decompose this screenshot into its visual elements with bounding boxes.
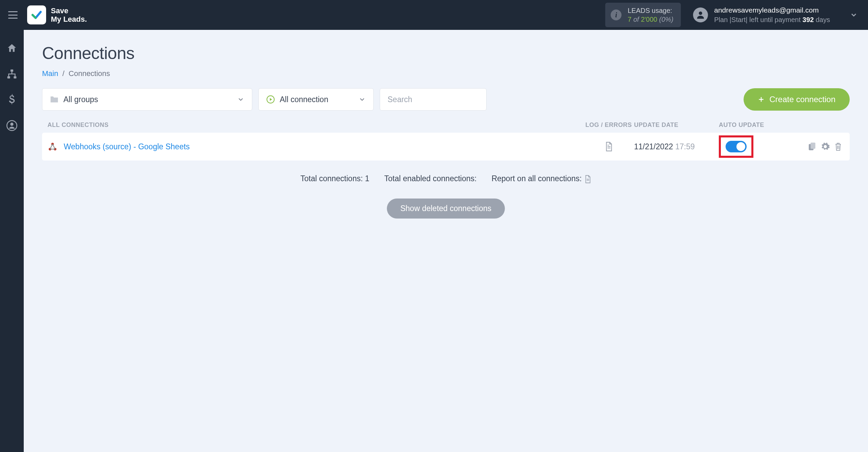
svg-rect-1 [11, 70, 13, 72]
folder-icon [50, 96, 59, 103]
info-icon: i [611, 10, 622, 20]
breadcrumb-current: Connections [68, 69, 110, 78]
document-icon[interactable] [584, 175, 591, 184]
account-email: andrewsavemyleads@gmail.com [714, 5, 830, 15]
summary-row: Total connections: 1 Total enabled conne… [42, 174, 850, 184]
usage-value: 7 of 2'000 (0%) [628, 15, 673, 24]
breadcrumb-root-link[interactable]: Main [42, 69, 58, 78]
account-block[interactable]: andrewsavemyleads@gmail.com Plan |Start|… [693, 5, 860, 24]
plus-icon [758, 96, 765, 103]
svg-point-0 [699, 12, 702, 15]
groups-label: All groups [63, 95, 98, 104]
search-field[interactable] [380, 88, 487, 111]
avatar-icon [693, 7, 708, 22]
svg-rect-2 [7, 76, 10, 79]
chevron-down-icon[interactable] [850, 11, 858, 19]
page-title: Connections [42, 43, 850, 63]
gear-icon[interactable] [821, 142, 830, 151]
enabled-connections: Total enabled connections: [384, 174, 476, 183]
menu-toggle-icon[interactable] [8, 11, 18, 19]
connection-name-link[interactable]: Webhooks (source) - Google Sheets [64, 142, 190, 151]
nav-connections-icon[interactable] [6, 68, 18, 80]
trash-icon[interactable] [834, 142, 842, 151]
auto-update-toggle[interactable] [726, 141, 747, 152]
svg-rect-11 [811, 143, 815, 149]
chevron-down-icon [358, 96, 366, 103]
highlight-box [719, 135, 753, 158]
svg-point-5 [10, 123, 13, 126]
connection-row: Webhooks (source) - Google Sheets 11/21/… [42, 133, 850, 161]
report-all: Report on all connections: [492, 174, 591, 184]
copy-icon[interactable] [808, 142, 816, 151]
brand-line2: My Leads. [51, 15, 87, 23]
main-content: Connections Main / Connections All group… [24, 30, 868, 452]
col-auto: AUTO UPDATE [719, 121, 793, 129]
create-connection-button[interactable]: Create connection [744, 88, 850, 111]
svg-rect-3 [14, 76, 16, 79]
col-date: UPDATE DATE [634, 121, 719, 129]
search-input[interactable] [388, 95, 479, 104]
sidebar [0, 30, 24, 452]
groups-select[interactable]: All groups [42, 88, 252, 111]
nav-profile-icon[interactable] [6, 119, 18, 132]
chevron-down-icon [237, 96, 244, 103]
show-deleted-button[interactable]: Show deleted connections [387, 199, 505, 219]
account-plan: Plan |Start| left until payment 392 days [714, 15, 830, 24]
table-header: ALL CONNECTIONS LOG / ERRORS UPDATE DATE… [42, 121, 850, 129]
usage-label: LEADS usage: [628, 6, 673, 15]
col-name: ALL CONNECTIONS [47, 121, 583, 129]
status-select[interactable]: All connection [258, 88, 374, 111]
play-circle-icon [266, 95, 275, 104]
total-connections: Total connections: 1 [300, 174, 369, 183]
leads-usage-pill: i LEADS usage: 7 of 2'000 (0%) [605, 3, 681, 27]
breadcrumb: Main / Connections [42, 69, 850, 78]
app-header: Save My Leads. i LEADS usage: 7 of 2'000… [0, 0, 868, 30]
col-log: LOG / ERRORS [583, 121, 634, 129]
brand-line1: Save [51, 6, 87, 15]
webhook-icon [47, 142, 58, 152]
brand-logo-icon [27, 5, 46, 24]
update-date: 11/21/2022 17:59 [634, 142, 719, 151]
brand-name: Save My Leads. [51, 6, 87, 24]
status-label: All connection [280, 95, 328, 104]
log-button[interactable] [583, 142, 634, 152]
nav-billing-icon[interactable] [6, 94, 18, 106]
nav-home-icon[interactable] [6, 42, 18, 54]
